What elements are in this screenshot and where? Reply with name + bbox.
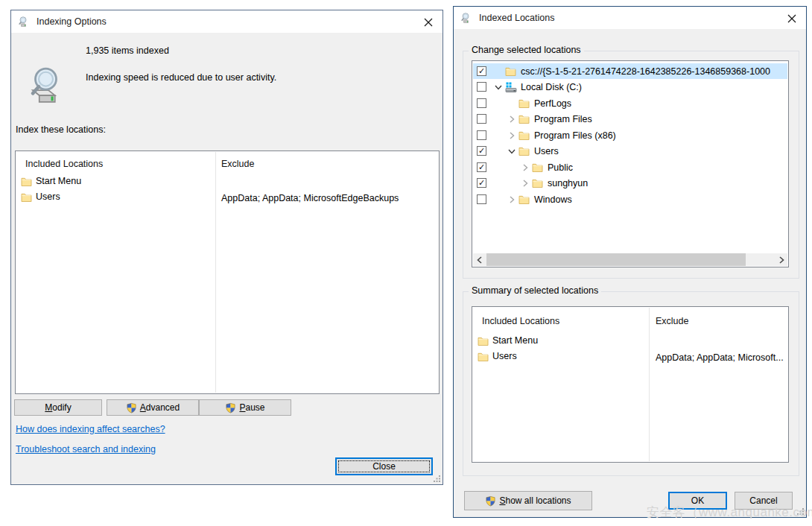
exclude-header: Exclude <box>221 159 254 169</box>
close-icon[interactable] <box>422 16 434 28</box>
indexing-options-icon <box>18 16 30 28</box>
tree-row[interactable]: Windows <box>473 191 787 207</box>
indexing-status-icon <box>26 64 71 106</box>
location-name: Users <box>36 191 60 202</box>
tree-row[interactable]: Program Files <box>473 111 787 127</box>
column-separator <box>649 308 650 461</box>
index-locations-label: Index these locations: <box>16 124 106 135</box>
folder-icon <box>21 192 32 202</box>
included-locations-header: Included Locations <box>482 316 559 326</box>
location-name: Users <box>492 351 517 361</box>
checkbox[interactable] <box>477 130 486 140</box>
advanced-button[interactable]: Advanced <box>107 399 199 416</box>
checkbox[interactable]: ✓ <box>477 146 486 156</box>
exclude-value: AppData; AppData; Microsoft... <box>656 352 784 363</box>
list-item[interactable]: Start Menu <box>478 335 538 346</box>
uac-shield-icon <box>126 402 137 413</box>
location-name: Start Menu <box>492 335 538 346</box>
dialog-title: Indexed Locations <box>479 13 554 23</box>
chevron-right-icon[interactable] <box>505 131 518 140</box>
tree-label: Public <box>546 162 573 173</box>
tree-label: sunghyun <box>546 178 588 188</box>
folder-icon <box>518 194 530 204</box>
tree-row[interactable]: Local Disk (C:) <box>473 79 787 95</box>
exclude-header: Exclude <box>656 316 688 326</box>
folder-icon <box>478 352 489 361</box>
checkbox[interactable] <box>477 194 486 204</box>
list-item[interactable]: Users <box>21 191 60 202</box>
tree-row[interactable]: Program Files (x86) <box>473 127 787 143</box>
troubleshoot-link[interactable]: Troubleshoot search and indexing <box>16 444 156 454</box>
scrollbar-thumb[interactable] <box>486 253 746 266</box>
tree-label: Program Files <box>533 114 592 124</box>
tree-label: Program Files (x86) <box>533 130 616 141</box>
modify-button[interactable]: Modify <box>14 399 102 416</box>
checkbox[interactable]: ✓ <box>477 162 486 172</box>
included-locations-list[interactable]: Included Locations Exclude Start Menu Us… <box>15 150 440 394</box>
tree-label: csc://{S-1-5-21-2761474228-1642385226-13… <box>519 66 770 77</box>
watermark-text: 安全客（www.anquanke.com） <box>647 504 812 521</box>
indexed-locations-icon <box>460 12 472 24</box>
folder-icon <box>532 162 543 172</box>
indexing-searches-link[interactable]: How does indexing affect searches? <box>16 424 165 434</box>
tree-row[interactable]: ✓ Users <box>473 143 787 159</box>
folder-icon <box>518 114 530 124</box>
summary-list[interactable]: Included Locations Exclude Start Menu Us… <box>472 306 789 463</box>
summary-label: Summary of selected locations <box>469 285 601 296</box>
checkbox[interactable] <box>477 82 486 92</box>
exclude-value: AppData; AppData; MicrosoftEdgeBackups <box>221 193 399 203</box>
tree-row[interactable]: ✓ sunghyun <box>473 175 787 191</box>
uac-shield-icon <box>485 495 496 507</box>
checkbox[interactable] <box>477 98 486 108</box>
tree-row[interactable]: ✓ Public <box>473 159 787 175</box>
close-button[interactable]: Close <box>335 457 433 475</box>
tree-label: Local Disk (C:) <box>519 82 582 92</box>
tree-row[interactable]: ✓ csc://{S-1-5-21-2761474228-1642385226-… <box>473 63 787 79</box>
items-indexed-text: 1,935 items indexed <box>86 45 169 56</box>
uac-shield-icon <box>225 402 236 413</box>
indexed-locations-dialog: Indexed Locations Change selected locati… <box>453 6 807 518</box>
folder-icon <box>518 98 530 108</box>
folder-icon <box>532 178 543 188</box>
pause-button[interactable]: Pause <box>199 399 291 416</box>
folder-icon <box>518 130 530 140</box>
chevron-down-icon[interactable] <box>492 83 505 92</box>
folder-icon <box>21 177 32 186</box>
folder-icon <box>518 146 530 156</box>
included-locations-header: Included Locations <box>25 159 103 169</box>
dialog-title: Indexing Options <box>37 16 107 27</box>
chevron-right-icon[interactable] <box>518 179 532 188</box>
chevron-down-icon[interactable] <box>505 147 518 156</box>
chevron-right-icon[interactable] <box>518 163 532 172</box>
close-icon[interactable] <box>786 13 798 25</box>
indexing-speed-text: Indexing speed is reduced due to user ac… <box>86 72 276 83</box>
checkbox[interactable] <box>477 114 486 124</box>
tree-label: Users <box>533 146 559 156</box>
column-separator <box>215 152 216 393</box>
chevron-right-icon[interactable] <box>505 195 518 204</box>
folder-icon <box>478 336 489 346</box>
folder-icon <box>505 66 516 76</box>
checkbox[interactable]: ✓ <box>477 66 486 76</box>
tree-row[interactable]: PerfLogs <box>473 95 787 111</box>
checkbox[interactable]: ✓ <box>477 178 486 188</box>
location-name: Start Menu <box>36 176 81 186</box>
list-item[interactable]: Start Menu <box>21 176 81 186</box>
resize-grip[interactable] <box>434 475 440 482</box>
show-all-locations-button[interactable]: Show all locations <box>464 491 592 510</box>
scroll-left-icon[interactable] <box>473 253 486 266</box>
chevron-right-icon[interactable] <box>505 115 518 124</box>
indexing-options-dialog: Indexing Options 1,935 items indexed Ind… <box>10 10 443 485</box>
title-bar[interactable]: Indexed Locations <box>454 7 806 29</box>
horizontal-scrollbar[interactable] <box>473 253 787 266</box>
drive-icon <box>505 81 517 93</box>
locations-tree[interactable]: ✓ csc://{S-1-5-21-2761474228-1642385226-… <box>472 60 789 267</box>
change-locations-label: Change selected locations <box>469 45 584 55</box>
tree-label: PerfLogs <box>533 98 571 109</box>
list-item[interactable]: Users <box>478 351 517 361</box>
title-bar[interactable]: Indexing Options <box>11 10 443 33</box>
scroll-right-icon[interactable] <box>775 253 787 266</box>
tree-label: Windows <box>533 194 572 205</box>
